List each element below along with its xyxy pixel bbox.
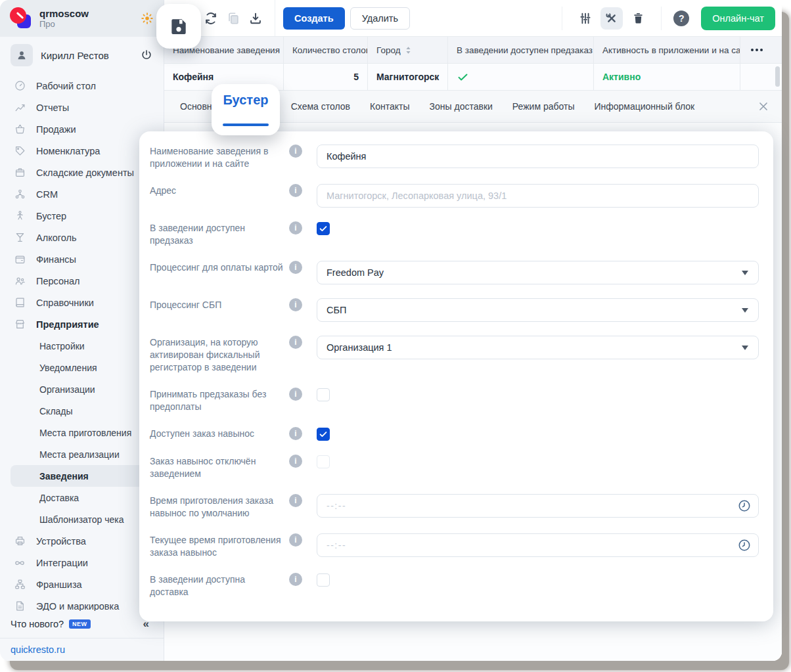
field-control: --:-- bbox=[317, 533, 759, 557]
sidebar-subitem-label: Места реализации bbox=[39, 449, 120, 460]
form-row: Текущее время приготовления заказа навын… bbox=[150, 533, 759, 559]
info-icon[interactable]: i bbox=[289, 533, 302, 547]
field-checkbox[interactable] bbox=[317, 388, 330, 401]
delete-button[interactable]: Удалить bbox=[350, 7, 410, 30]
sidebar-item-dashboard[interactable]: Рабочий стол bbox=[0, 75, 164, 97]
column-header-label: Активность в приложении и на сайте bbox=[602, 45, 740, 55]
sidebar-subitem[interactable]: Места реализации bbox=[11, 443, 153, 465]
sidebar-item-label: Персонал bbox=[36, 276, 80, 286]
column-header[interactable]: Количество столов bbox=[284, 37, 368, 63]
toolbar-divider bbox=[661, 7, 662, 30]
save-floppy-icon bbox=[168, 16, 189, 37]
info-icon[interactable]: i bbox=[289, 336, 302, 349]
sidebar-subitem[interactable]: Организации bbox=[11, 378, 153, 400]
info-icon[interactable]: i bbox=[289, 261, 302, 274]
form-row: Организация, на которую активирован фиск… bbox=[150, 336, 759, 374]
copy-button[interactable] bbox=[222, 7, 244, 30]
sidebar-subitem[interactable]: Уведомления bbox=[11, 357, 153, 378]
venues-table: Наименование заведенияКоличество столовГ… bbox=[164, 37, 782, 91]
info-icon[interactable]: i bbox=[289, 145, 302, 158]
filter-sliders-button[interactable] bbox=[574, 7, 597, 30]
create-button[interactable]: Создать bbox=[283, 7, 345, 30]
tab-4[interactable]: Зоны доставки bbox=[430, 101, 493, 112]
sidebar-subitem[interactable]: Настройки bbox=[11, 335, 153, 357]
info-icon[interactable]: i bbox=[289, 573, 302, 586]
columns-menu-icon[interactable] bbox=[740, 37, 773, 63]
sidebar-subitem[interactable]: Места приготовления bbox=[11, 422, 153, 443]
info-icon[interactable]: i bbox=[289, 184, 302, 197]
new-badge: NEW bbox=[69, 619, 91, 629]
tab-6[interactable]: Информационный блок bbox=[594, 101, 694, 112]
field-checkbox[interactable] bbox=[317, 222, 330, 235]
info-icon[interactable]: i bbox=[289, 455, 302, 468]
field-select[interactable]: СБП bbox=[317, 298, 759, 322]
toolbar-divider bbox=[275, 0, 275, 36]
sidebar-subitem[interactable]: Шаблонизатор чека bbox=[11, 508, 153, 530]
clock-icon[interactable] bbox=[737, 499, 752, 513]
save-button[interactable] bbox=[156, 4, 201, 49]
theme-sun-icon[interactable] bbox=[140, 11, 154, 26]
chevron-down-icon bbox=[742, 271, 748, 275]
field-time-input[interactable]: --:-- bbox=[317, 533, 759, 557]
trash-button[interactable] bbox=[627, 7, 649, 30]
tab-2[interactable]: Схема столов bbox=[291, 101, 350, 112]
tab-3[interactable]: Контакты bbox=[370, 101, 409, 112]
active-tab-callout[interactable]: Бустер bbox=[212, 84, 280, 135]
screen: qrmoscow Про Кирилл Рестов bbox=[0, 0, 791, 672]
sidebar-item-sales[interactable]: Продажи bbox=[0, 118, 164, 140]
field-input[interactable] bbox=[317, 184, 759, 208]
user-name: Кирилл Рестов bbox=[41, 50, 109, 61]
field-checkbox[interactable] bbox=[317, 428, 330, 441]
download-button[interactable] bbox=[244, 7, 267, 30]
field-select[interactable]: Организация 1 bbox=[317, 336, 759, 359]
field-label: Процессинг для оплаты картой bbox=[150, 261, 284, 274]
column-header[interactable]: В заведении доступен предзаказ bbox=[448, 37, 594, 63]
field-input[interactable] bbox=[317, 145, 759, 168]
sales-icon bbox=[13, 123, 26, 135]
clock-icon[interactable] bbox=[737, 538, 752, 552]
form-row: Заказ навынос отключён заведениемi bbox=[150, 455, 759, 480]
field-checkbox[interactable] bbox=[317, 573, 330, 587]
finance-icon bbox=[13, 253, 26, 265]
sidebar-item-label: Франшиза bbox=[36, 579, 82, 590]
close-panel-icon[interactable] bbox=[757, 100, 770, 113]
sidebar-item-reports[interactable]: Отчеты bbox=[0, 97, 164, 118]
whats-new[interactable]: Что нового? NEW « bbox=[0, 615, 164, 633]
info-icon[interactable]: i bbox=[289, 221, 302, 235]
toolbar: Создать Удалить bbox=[164, 0, 782, 37]
info-icon[interactable]: i bbox=[289, 388, 302, 401]
info-icon[interactable]: i bbox=[289, 427, 302, 440]
sidebar-item-label: Финансы bbox=[36, 254, 76, 265]
table-scrollbar-thumb[interactable] bbox=[775, 66, 780, 87]
sidebar-subitem[interactable]: Склады bbox=[11, 400, 153, 422]
column-header[interactable]: Город bbox=[368, 37, 448, 63]
logout-icon[interactable] bbox=[140, 49, 153, 62]
refresh-button[interactable] bbox=[200, 7, 222, 30]
sidebar-subitem[interactable]: Заведения bbox=[11, 465, 153, 487]
site-link[interactable]: quickresto.ru bbox=[0, 638, 164, 661]
book-icon bbox=[13, 296, 26, 309]
franchise-icon bbox=[13, 578, 26, 591]
online-chat-button[interactable]: Онлайн-чат bbox=[701, 7, 775, 30]
service-tools-button[interactable] bbox=[600, 7, 623, 30]
field-checkbox[interactable] bbox=[317, 455, 330, 468]
sidebar-item-label: Рабочий стол bbox=[36, 81, 96, 91]
sidebar-subitem[interactable]: Доставка bbox=[11, 487, 153, 508]
devices-icon bbox=[13, 535, 26, 547]
field-select[interactable]: Freedom Pay bbox=[317, 261, 759, 284]
info-icon[interactable]: i bbox=[289, 298, 302, 311]
form-row: В заведении доступен предзаказi bbox=[150, 221, 759, 247]
tab-5[interactable]: Режим работы bbox=[512, 101, 575, 112]
info-icon[interactable]: i bbox=[289, 494, 302, 507]
field-time-input[interactable]: --:-- bbox=[317, 494, 759, 518]
user-row[interactable]: Кирилл Рестов bbox=[0, 39, 164, 71]
alcohol-icon bbox=[13, 231, 26, 244]
sidebar-subitem-label: Заведения bbox=[39, 471, 89, 482]
field-control bbox=[317, 221, 759, 235]
help-button[interactable]: ? bbox=[673, 11, 689, 26]
sort-icon[interactable] bbox=[405, 46, 411, 55]
column-header[interactable]: Активность в приложении и на сайте bbox=[594, 37, 740, 63]
user-avatar-icon bbox=[11, 44, 33, 66]
sidebar-subitem-label: Шаблонизатор чека bbox=[39, 514, 124, 525]
app-logo-icon bbox=[9, 7, 33, 30]
